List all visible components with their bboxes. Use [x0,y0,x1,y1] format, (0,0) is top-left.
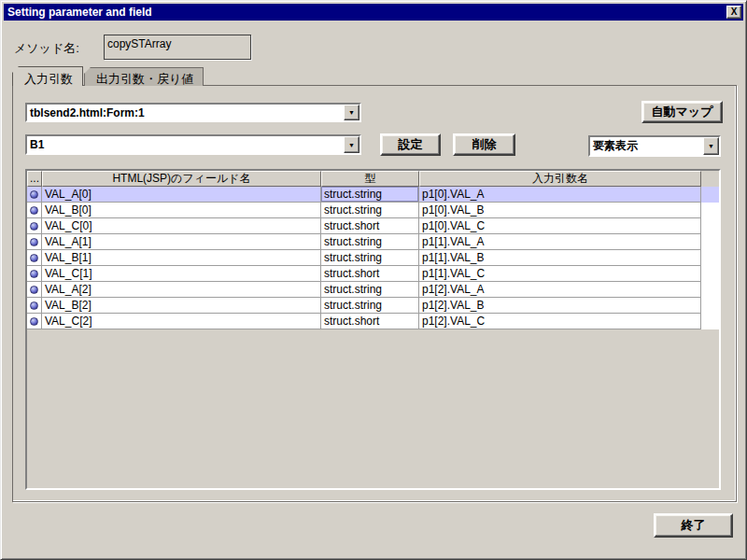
table-row[interactable]: VAL_B[2]struct.stringp1[2].VAL_B [27,298,719,314]
display-mode-combo[interactable]: 要素表示 ▼ [588,135,721,157]
tab-bar: 入力引数出力引数・戻り値 [12,66,204,86]
input-argument-cell[interactable]: p1[2].VAL_C [419,314,701,329]
column-header-3[interactable]: 入力引数名 [419,171,701,187]
method-name-label: メソッド名: [14,40,79,57]
dropdown-arrow-icon[interactable]: ▼ [344,136,359,153]
input-argument-cell[interactable]: p1[1].VAL_A [419,234,701,250]
field-combo-value: B1 [27,138,344,151]
sphere-icon [30,254,38,262]
column-header-1[interactable]: HTML(JSP)のフィールド名 [42,171,321,187]
row-marker-cell [27,266,42,282]
type-cell[interactable]: struct.string [321,187,419,203]
set-button[interactable]: 設定 [380,133,441,156]
close-icon: X [731,7,738,17]
field-name-cell[interactable]: VAL_A[2] [42,282,321,298]
sphere-icon [30,301,38,310]
row-marker-cell [27,218,42,234]
type-cell[interactable]: struct.string [321,250,419,266]
row-marker-cell [27,250,42,266]
sphere-icon [30,190,38,199]
tab-output-arguments[interactable]: 出力引数・戻り値 [84,67,204,86]
row-marker-cell [27,234,42,250]
type-cell[interactable]: struct.short [321,314,419,329]
row-marker-cell [27,282,42,298]
row-marker-cell [27,203,42,218]
column-header-0[interactable]: ... [27,171,42,187]
row-marker-cell [27,314,42,329]
sphere-icon [30,222,38,231]
table-header-row: ...HTML(JSP)のフィールド名型入力引数名 [27,171,719,187]
table-row[interactable]: VAL_C[2]struct.shortp1[2].VAL_C [27,314,719,329]
row-marker-cell [27,298,42,314]
auto-map-button[interactable]: 自動マップ [641,101,723,123]
input-arguments-tab-panel: tblsend2.html:Form:1 ▼ 自動マップ B1 ▼ 設定 削除 … [12,85,737,502]
table-row[interactable]: VAL_A[1]struct.stringp1[1].VAL_A [27,234,719,250]
field-name-cell[interactable]: VAL_C[2] [42,314,321,329]
sphere-icon [30,270,38,278]
sphere-icon [30,238,38,246]
field-name-cell[interactable]: VAL_B[1] [42,250,321,266]
field-name-cell[interactable]: VAL_C[0] [42,218,321,234]
close-button[interactable]: X [726,6,741,19]
table-row[interactable]: VAL_C[1]struct.shortp1[1].VAL_C [27,266,719,282]
type-cell[interactable]: struct.short [321,266,419,282]
type-cell[interactable]: struct.string [321,203,419,218]
type-cell[interactable]: struct.string [321,234,419,250]
input-argument-cell[interactable]: p1[2].VAL_A [419,282,701,298]
tab-input-arguments[interactable]: 入力引数 [12,66,83,86]
form-combo-value: tblsend2.html:Form:1 [27,106,344,119]
exit-button[interactable]: 終了 [654,513,733,538]
field-name-cell[interactable]: VAL_C[1] [42,266,321,282]
row-marker-cell [27,187,42,203]
window-title: Setting parameter and field [7,6,152,19]
input-argument-cell[interactable]: p1[0].VAL_C [419,218,701,234]
sphere-icon [30,206,38,215]
table-row[interactable]: VAL_B[0]struct.stringp1[0].VAL_B [27,203,719,218]
sphere-icon [30,317,38,326]
sphere-icon [30,286,38,294]
dropdown-arrow-icon[interactable]: ▼ [703,137,719,155]
type-cell[interactable]: struct.short [321,218,419,234]
form-combo[interactable]: tblsend2.html:Form:1 ▼ [25,103,361,122]
input-argument-cell[interactable]: p1[2].VAL_B [419,298,701,314]
parameter-mapping-table: ...HTML(JSP)のフィールド名型入力引数名 VAL_A[0]struct… [25,169,721,490]
column-header-2[interactable]: 型 [321,171,419,187]
dropdown-arrow-icon[interactable]: ▼ [344,105,359,120]
type-cell[interactable]: struct.string [321,282,419,298]
display-mode-combo-value: 要素表示 [590,138,703,154]
field-name-cell[interactable]: VAL_A[1] [42,234,321,250]
delete-button[interactable]: 削除 [453,133,515,156]
table-body: VAL_A[0]struct.stringp1[0].VAL_AVAL_B[0]… [27,187,719,329]
input-argument-cell[interactable]: p1[0].VAL_A [419,187,701,203]
input-argument-cell[interactable]: p1[1].VAL_C [419,266,701,282]
field-combo[interactable]: B1 ▼ [25,134,361,155]
field-name-cell[interactable]: VAL_B[2] [42,298,321,314]
title-bar: Setting parameter and field X [4,4,743,21]
table-row[interactable]: VAL_A[2]struct.stringp1[2].VAL_A [27,282,719,298]
field-name-cell[interactable]: VAL_B[0] [42,203,321,218]
type-cell[interactable]: struct.string [321,298,419,314]
input-argument-cell[interactable]: p1[0].VAL_B [419,203,701,218]
dialog-setting-parameter-and-field: Setting parameter and field X メソッド名: cop… [0,0,747,560]
method-name-field[interactable]: copySTArray [104,35,251,60]
field-name-cell[interactable]: VAL_A[0] [42,187,321,203]
table-row[interactable]: VAL_C[0]struct.shortp1[0].VAL_C [27,218,719,234]
table-row[interactable]: VAL_B[1]struct.stringp1[1].VAL_B [27,250,719,266]
input-argument-cell[interactable]: p1[1].VAL_B [419,250,701,266]
table-row[interactable]: VAL_A[0]struct.stringp1[0].VAL_A [27,187,719,203]
